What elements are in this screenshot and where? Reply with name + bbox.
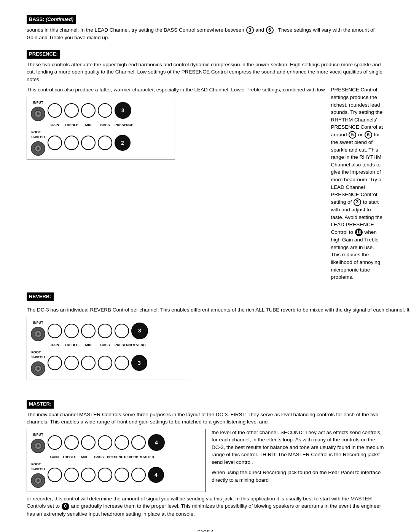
svg-point-9 xyxy=(37,444,40,447)
badge-3: 3 xyxy=(246,26,254,34)
badge-6b: 6 xyxy=(365,131,372,139)
master-left-col: INPUT 4 xyxy=(27,429,206,492)
reverb-knob-wrap-bot: 3 xyxy=(131,355,147,371)
m-treble-knob-bot xyxy=(64,468,79,482)
gain-knob-bot xyxy=(48,136,62,150)
m-bass-knob-top xyxy=(98,435,112,450)
reverb-knob-top: 3 xyxy=(131,323,148,339)
input-knob xyxy=(31,107,45,121)
presence-top-knobs: 3 xyxy=(48,102,131,119)
svg-point-5 xyxy=(37,332,40,335)
badge-6: 6 xyxy=(266,26,274,34)
reverb-input-knob xyxy=(31,327,45,341)
master-header: MASTER: xyxy=(27,400,384,411)
presence-header-label: PRESENCE: xyxy=(27,50,60,59)
presence-knob-wrap-top: 3 xyxy=(115,102,131,119)
presence-para2-left: This control can also produce a fatter, … xyxy=(27,86,325,94)
m-reverb-knob-top xyxy=(131,435,146,450)
presence-section: PRESENCE: These two controls attenuate t… xyxy=(27,50,384,284)
master-para1-right: the level of the other channel. SECOND: … xyxy=(212,429,384,466)
bass-body-text: sounds in this channel. In the LEAD Chan… xyxy=(27,26,384,42)
master-para2-right: When using the direct Recording jack fou… xyxy=(212,469,384,484)
reverb-diagram-bot-row: FOOTSWITCH 3 xyxy=(31,350,186,376)
r-bass-knob-bot xyxy=(98,356,112,370)
reverb-bot-knobs: 3 xyxy=(48,355,147,371)
r-bass-knob-top xyxy=(98,324,112,338)
r-mid-knob-top xyxy=(81,324,96,338)
m-presence-knob-top xyxy=(115,435,129,450)
master-top-knobs: 4 xyxy=(48,434,165,451)
presence-right-col: PRESENCE Control settings produce the ri… xyxy=(331,86,384,284)
r-treble-knob-bot xyxy=(64,356,79,370)
master-foot-knob xyxy=(31,473,45,488)
master-knob-wrap-top: 4 xyxy=(148,434,165,451)
reverb-input-label-col: INPUT xyxy=(31,320,45,341)
badge-5: 5 xyxy=(349,131,356,139)
svg-point-11 xyxy=(37,479,40,482)
bass-section: BASS: (Continued) sounds in this channel… xyxy=(27,15,384,42)
footswitch-label-col: FOOTSWITCH xyxy=(31,130,45,156)
master-knob-bot: 4 xyxy=(148,467,164,483)
reverb-knob-bot: 3 xyxy=(131,355,147,371)
reverb-two-col: The DC-3 has an individual REVERB Contro… xyxy=(27,306,384,391)
bass-header: BASS: (Continued) xyxy=(27,15,384,26)
presence-diagram: INPUT 3 xyxy=(27,97,175,160)
reverb-para1: The DC-3 has an individual REVERB Contro… xyxy=(27,306,411,314)
reverb-header: REVERB: xyxy=(27,292,384,304)
m-reverb-knob-bot xyxy=(131,468,146,482)
treble-knob-bot xyxy=(64,136,79,150)
reverb-foot-label-col: FOOTSWITCH xyxy=(31,350,45,376)
master-knob-wrap-bot: 4 xyxy=(148,467,164,483)
footswitch-knob xyxy=(31,141,45,156)
reverb-left-col: The DC-3 has an individual REVERB Contro… xyxy=(27,306,411,380)
treble-knob-top xyxy=(64,103,79,118)
r-treble-knob-top xyxy=(64,324,79,338)
presence-knob-top: 3 xyxy=(115,102,131,119)
badge-0: 0 xyxy=(62,503,69,510)
badge-3-lead: 3 xyxy=(354,198,361,206)
bass-knob-bot xyxy=(98,136,112,150)
presence-diagram-bot-row: FOOTSWITCH 2 xyxy=(31,130,171,156)
master-diagram-bot-row: FOOTSWITCH 4 xyxy=(31,462,201,488)
master-input-label-col: INPUT xyxy=(31,432,45,453)
master-right-col: the level of the other channel. SECOND: … xyxy=(212,429,384,487)
m-mid-knob-top xyxy=(81,435,96,450)
reverb-diagram: INPUT 3 xyxy=(27,317,190,380)
r-gain-knob-bot xyxy=(48,356,62,370)
page-number: PAGE 4 xyxy=(27,529,384,532)
m-presence-knob-bot xyxy=(115,468,129,482)
master-two-col: INPUT 4 xyxy=(27,429,384,492)
presence-header: PRESENCE: xyxy=(27,50,384,61)
reverb-foot-knob xyxy=(31,361,45,376)
reverb-diagram-top-row: INPUT 3 xyxy=(31,320,186,341)
master-diagram: INPUT 4 xyxy=(27,429,206,492)
badge-10: 10 xyxy=(355,228,363,236)
master-foot-label-col: FOOTSWITCH xyxy=(31,462,45,488)
presence-diagram-top-row: INPUT 3 xyxy=(31,100,171,121)
r-presence-knob-bot xyxy=(115,356,129,370)
svg-point-7 xyxy=(37,367,40,370)
presence-knob-wrap-bot: 2 xyxy=(115,135,131,151)
svg-point-3 xyxy=(37,147,40,150)
reverb-header-label: REVERB: xyxy=(27,292,54,301)
master-section: MASTER: The individual channel MASTER Co… xyxy=(27,400,384,518)
r-presence-knob-top xyxy=(115,324,129,338)
m-bass-knob-bot xyxy=(98,468,112,482)
presence-knob-labels-row: GAIN TREBLE MID BASS PRESENCE xyxy=(48,123,171,128)
master-input-knob xyxy=(31,439,45,453)
reverb-section: REVERB: The DC-3 has an individual REVER… xyxy=(27,292,384,391)
mid-knob-bot xyxy=(81,136,96,150)
m-mid-knob-bot xyxy=(81,468,96,482)
m-gain-knob-bot xyxy=(48,468,62,482)
presence-left-col: This control can also produce a fatter, … xyxy=(27,86,325,160)
bass-header-label: BASS: (Continued) xyxy=(27,15,76,24)
m-gain-knob-top xyxy=(48,435,62,450)
bass-knob-top xyxy=(98,103,112,118)
r-gain-knob-top xyxy=(48,324,62,338)
m-treble-knob-top xyxy=(64,435,79,450)
master-header-label: MASTER: xyxy=(27,400,54,409)
presence-two-col: This control can also produce a fatter, … xyxy=(27,86,384,284)
input-label-col: INPUT xyxy=(31,100,45,121)
presence-para1: These two controls attenuate the upper h… xyxy=(27,61,384,83)
master-para-bottom: or recorder, this control will determine… xyxy=(27,495,384,518)
